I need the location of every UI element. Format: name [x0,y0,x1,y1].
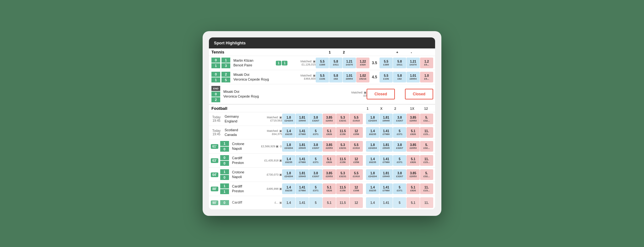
odds-cell[interactable]: 1.22£520 [356,58,369,68]
closed-cell-1: Closed [367,89,395,99]
score-box: 1 0 [220,141,230,152]
odds-cell[interactable]: 1.41 [296,197,309,208]
odds-cell[interactable]: 11.5£158 [336,127,349,138]
odds-cell[interactable]: 3.8£3267 [393,169,406,180]
odds-cell[interactable]: 5£371 [393,127,406,138]
odds-cell[interactable]: 5 [393,197,406,208]
odds-cell[interactable]: 11.£15... [420,155,433,166]
odds-cell[interactable]: 1.01£8954 [343,72,356,82]
football-col-12: 12 [419,107,433,110]
odds-cell[interactable]: 1.41£7980 [296,183,309,194]
odds-cell[interactable]: 5.1£826 [323,155,336,166]
odds-cell[interactable]: 1.8£24204 [282,141,295,152]
odds-cell[interactable]: 5£371 [309,183,322,194]
separator-val: 4.5 [370,75,379,79]
odds-cell[interactable]: 1.8£24204 [366,114,379,124]
odds-cell[interactable]: 5.1 [323,197,336,208]
odds-cell[interactable]: 3.85£2053 [407,169,420,180]
odds-cell[interactable]: 5.8£911 [393,58,406,68]
odds-cell[interactable]: 1.4£6235 [282,183,295,194]
odds-cell[interactable]: 3.8£3267 [393,141,406,152]
odds-cell[interactable]: 11.5£158 [336,183,349,194]
odds-cell[interactable]: 1.4£6235 [282,155,295,166]
odds-cell[interactable]: 1.41£7980 [296,127,309,138]
odds-cell[interactable]: 1.21£4370 [343,58,356,68]
odds-cell[interactable]: 5.5£1910 [350,169,363,180]
odds-cell[interactable]: 5.1£826 [407,183,420,194]
odds-cell[interactable]: 5.5£106 [379,72,393,82]
odds-cell[interactable]: 1.81£9945 [296,169,309,180]
odds-cell[interactable]: 1.8£24204 [366,141,379,152]
tennis-match-2: 0 1 2 5 Misaki Doi Veronica Cepede Royg … [209,70,435,84]
odds-cell[interactable]: 12£358 [350,183,363,194]
odds-cell[interactable]: 5.1£826 [407,155,420,166]
odds-cell[interactable]: 5.5£106 [316,72,329,82]
odds-cell[interactable]: 11.5£158 [336,155,349,166]
odds-cell[interactable]: 1.8£24204 [282,114,295,124]
odds-cell[interactable]: 1.4£6235 [366,127,379,138]
odds-cell[interactable]: 1.81£9945 [296,141,309,152]
odds-cell[interactable]: 3.8£3267 [393,114,406,124]
odds-cell[interactable]: 1.41£7980 [379,155,393,166]
odds-cell[interactable]: 5.1 [407,197,420,208]
odds-cell[interactable]: 5.£32... [420,141,433,152]
odds-cell[interactable]: 12 [350,197,363,208]
odds-cell[interactable]: 11.£15... [420,127,433,138]
odds-cell[interactable]: 1.41£7980 [296,155,309,166]
odds-cell[interactable]: 5.3£3231 [336,169,349,180]
odds-cell[interactable]: 1.01£8954 [407,72,420,82]
odds-cell[interactable]: 1.81£9945 [296,114,309,124]
odds-cell[interactable]: 1.21£4370 [407,58,420,68]
odds-cell[interactable]: 11.£15... [420,183,433,194]
odds-cell[interactable]: 5.5£385 [316,58,329,68]
odds-cell[interactable]: 5£371 [393,155,406,166]
odds-cell[interactable]: 1.41£7980 [379,127,393,138]
odds-cell[interactable]: 1.81£9945 [379,141,393,152]
odds-cell[interactable]: 3.85£2053 [323,169,336,180]
odds-cell[interactable]: 5.3£3231 [336,141,349,152]
odds-cell[interactable]: 5£371 [309,155,322,166]
odds-cell[interactable]: 5.5£385 [379,58,393,68]
odds-cell[interactable]: 5.8£911 [329,58,342,68]
odds-cell[interactable]: 5£371 [393,183,406,194]
odds-cell[interactable]: 12£358 [350,127,363,138]
odds-cell[interactable]: 5.1£826 [323,183,336,194]
odds-cell[interactable]: 1.2£5... [420,58,433,68]
odds-cell[interactable]: 1.4£6235 [366,155,379,166]
odds-cell[interactable]: 12£358 [350,155,363,166]
odds-cell[interactable]: 1.8£24204 [366,169,379,180]
odds-group-2: 5.5£106 5.8£82 1.01£8954 1.02£5216 4.5 5… [316,72,433,82]
odds-cell[interactable]: 5.3£3231 [336,114,349,124]
odds-cell[interactable]: 5.1£826 [407,127,420,138]
odds-cell[interactable]: 1.4 [282,197,295,208]
odds-cell[interactable]: 5.£32... [420,114,433,124]
odds-cell[interactable]: 1.4£6235 [282,127,295,138]
odds-cell[interactable]: 3.85£2053 [323,141,336,152]
odds-cell[interactable]: 1.41£7980 [379,183,393,194]
odds-cell[interactable]: 1.8£24204 [282,169,295,180]
odds-cell[interactable]: 5 [309,197,322,208]
odds-cell[interactable]: 11. [420,197,433,208]
odds-cell[interactable]: 3.8£3267 [309,169,322,180]
odds-cell[interactable]: 1.02£5216 [356,72,369,82]
odds-cell[interactable]: 3.85£2053 [407,114,420,124]
odds-cell[interactable]: 1.41 [379,197,393,208]
odds-cell[interactable]: 5.5£1910 [350,141,363,152]
odds-cell[interactable]: 5.1£826 [323,127,336,138]
odds-cell[interactable]: 5.5£1910 [350,114,363,124]
odds-cell[interactable]: 3.85£2053 [323,114,336,124]
odds-cell[interactable]: 1.4 [366,197,379,208]
odds-cell[interactable]: 3.8£3267 [309,114,322,124]
odds-cell[interactable]: 1.0£5... [420,72,433,82]
odds-cell[interactable]: 3.85£2053 [407,141,420,152]
odds-cell[interactable]: 5.8£82 [329,72,342,82]
odds-cell[interactable]: 11.5 [336,197,349,208]
odds-cell[interactable]: 5.£32... [420,169,433,180]
odds-cell[interactable]: 1.81£9945 [379,169,393,180]
odds-cell[interactable]: 5.8£82 [393,72,406,82]
odds-cell[interactable]: 1.81£9945 [379,114,393,124]
odds-cell[interactable]: 5£371 [309,127,322,138]
live-score-box: 61' 1 0 [211,141,230,152]
odds-cell[interactable]: 1.4£6235 [366,183,379,194]
odds-cell[interactable]: 3.8£3267 [309,141,322,152]
